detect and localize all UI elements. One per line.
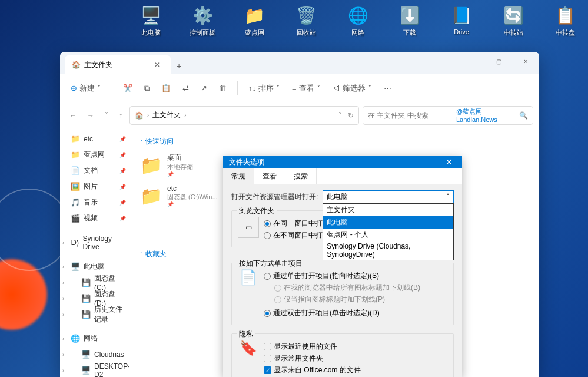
nav-bar: ← → ˅ ↑ 🏠 › 主文件夹 › ˅ ↻ @蓝点网 Landian.News… bbox=[60, 102, 539, 128]
forward-button[interactable]: → bbox=[84, 109, 98, 122]
minimize-button[interactable]: — bbox=[458, 52, 485, 71]
up-button[interactable]: ↑ bbox=[115, 109, 126, 122]
browse-icon: ▭ bbox=[238, 217, 259, 238]
search-box[interactable]: @蓝点网 Landian.News 🔍 bbox=[363, 106, 533, 125]
desktop-icon-中转站[interactable]: 🔄中转站 bbox=[498, 5, 529, 37]
desktop-icon-此电脑[interactable]: 🖥️此电脑 bbox=[135, 5, 166, 37]
dialog-title-text: 文件夹选项 bbox=[229, 157, 264, 167]
sidebar-item-1[interactable]: 📁蓝点网📌 bbox=[60, 147, 129, 163]
sidebar-item-12[interactable]: ›🖥️Cloudnas bbox=[60, 346, 129, 362]
sidebar-item-8[interactable]: ›💾固态盘 (C:) bbox=[60, 275, 129, 290]
sidebar-item-4[interactable]: 🎵音乐📌 bbox=[60, 194, 129, 210]
sidebar-item-6[interactable]: ›D)Synology Drive bbox=[60, 234, 129, 250]
radio-double-click[interactable]: 通过双击打开项目(单击时选定)(D) bbox=[264, 308, 420, 318]
paste-button[interactable]: 📋 bbox=[157, 80, 175, 96]
tab-home-folder[interactable]: 🏠 主文件夹 ✕ bbox=[65, 55, 171, 74]
combo-option-0[interactable]: 主文件夹 bbox=[323, 204, 453, 216]
open-location-combobox[interactable]: 此电脑˅ 主文件夹此电脑蓝点网 - 个人Synology Drive (Clou… bbox=[323, 190, 454, 203]
combobox-dropdown: 主文件夹此电脑蓝点网 - 个人Synology Drive (Cloudnas,… bbox=[323, 203, 454, 260]
checkbox-frequent-folders[interactable]: 显示常用文件夹 bbox=[264, 353, 361, 363]
sidebar: 📁etc📌📁蓝点网📌📄文档📌🖼️图片📌🎵音乐📌🎬视频📌›D)Synology D… bbox=[60, 128, 129, 377]
privacy-group: 隐私 🔖 显示最近使用的文件 显示常用文件夹 ✓显示来自 Office.com … bbox=[231, 333, 454, 377]
combo-option-1[interactable]: 此电脑 bbox=[323, 216, 453, 229]
window-controls: — ▢ ✕ bbox=[458, 52, 539, 71]
desktop-icon-控制面板[interactable]: ⚙️控制面板 bbox=[187, 5, 218, 37]
dialog-tab-2[interactable]: 搜索 bbox=[285, 168, 317, 184]
breadcrumb-current[interactable]: 主文件夹 bbox=[152, 110, 181, 120]
search-icon[interactable]: 🔍 bbox=[519, 111, 528, 120]
dialog-tab-1[interactable]: 查看 bbox=[254, 168, 285, 184]
breadcrumb-home-icon: 🏠 bbox=[135, 111, 144, 120]
group-title: 浏览文件夹 bbox=[237, 206, 277, 216]
sort-button[interactable]: ↑↓ 排序 ˅ bbox=[244, 80, 285, 97]
group-title: 隐私 bbox=[237, 329, 255, 339]
close-button[interactable]: ✕ bbox=[512, 52, 539, 71]
sidebar-item-7[interactable]: ›🖥️此电脑 bbox=[60, 259, 129, 275]
click-icon: 📄 bbox=[238, 269, 259, 320]
desktop-icon-Drive[interactable]: 📘Drive bbox=[446, 5, 477, 37]
maximize-button[interactable]: ▢ bbox=[485, 52, 512, 71]
desktop-icon-蓝点网[interactable]: 📁蓝点网 bbox=[239, 5, 270, 37]
chevron-right-icon: › bbox=[147, 112, 149, 118]
desktop-icon-下载[interactable]: ⬇️下载 bbox=[394, 5, 425, 37]
new-tab-button[interactable]: + bbox=[171, 58, 187, 74]
search-input[interactable] bbox=[368, 111, 456, 120]
radio-single-click[interactable]: 通过单击打开项目(指向时选定)(S) bbox=[264, 271, 420, 281]
desktop-icon-网络[interactable]: 🌐网络 bbox=[343, 5, 373, 37]
share-button[interactable]: ↗ bbox=[196, 80, 212, 96]
desktop-icon-中转盘[interactable]: 📋中转盘 bbox=[550, 5, 580, 37]
breadcrumb-dropdown-icon[interactable]: ˅ bbox=[338, 111, 342, 120]
checkbox-office-files[interactable]: ✓显示来自 Office.com 的文件 bbox=[264, 365, 361, 375]
sidebar-item-3[interactable]: 🖼️图片📌 bbox=[60, 178, 129, 194]
toolbar: ⊕ 新建 ˅ ✂️ ⧉ 📋 ⇄ ↗ 🗑 ↑↓ 排序 ˅ ≡ 查看 ˅ ⩤ 筛选器… bbox=[60, 74, 539, 102]
section-quick-access[interactable]: ˅快速访问 bbox=[140, 137, 529, 147]
radio-underline-hover: 仅当指向图标标题时加下划线(P) bbox=[264, 295, 420, 305]
filter-button[interactable]: ⩤ 筛选器 ˅ bbox=[328, 80, 377, 97]
chevron-down-icon: ˅ bbox=[446, 193, 450, 201]
dialog-tabs: 常规查看搜索 bbox=[223, 168, 462, 184]
tab-title: 主文件夹 bbox=[84, 60, 112, 70]
sidebar-item-0[interactable]: 📁etc📌 bbox=[60, 131, 129, 147]
back-button[interactable]: ← bbox=[66, 109, 80, 122]
checkbox-recent-files[interactable]: 显示最近使用的文件 bbox=[264, 342, 361, 352]
copy-button[interactable]: ⧉ bbox=[139, 80, 154, 97]
desktop-icon-回收站[interactable]: 🗑️回收站 bbox=[291, 5, 321, 37]
dialog-titlebar[interactable]: 文件夹选项 ✕ bbox=[223, 156, 462, 168]
breadcrumb[interactable]: 🏠 › 主文件夹 › ˅ ↻ bbox=[129, 106, 359, 125]
sidebar-item-5[interactable]: 🎬视频📌 bbox=[60, 210, 129, 226]
sidebar-item-13[interactable]: ›🖥️DESKTOP-D2 bbox=[60, 362, 129, 377]
combo-option-3[interactable]: Synology Drive (Cloudnas, SynologyDrive) bbox=[323, 241, 453, 260]
click-items-group: 按如下方式单击项目 📄 通过单击打开项目(指向时选定)(S) 在我的浏览器中给所… bbox=[231, 263, 454, 325]
radio-underline-all: 在我的浏览器中给所有图标标题加下划线(B) bbox=[264, 283, 420, 293]
watermark-text: @蓝点网 Landian.News bbox=[456, 107, 517, 123]
tab-close-icon[interactable]: ✕ bbox=[151, 59, 164, 70]
open-explorer-label: 打开文件资源管理器时打开: bbox=[231, 192, 318, 202]
combo-option-2[interactable]: 蓝点网 - 个人 bbox=[323, 229, 453, 241]
view-button[interactable]: ≡ 查看 ˅ bbox=[287, 80, 325, 97]
sidebar-item-11[interactable]: ›🌐网络 bbox=[60, 330, 129, 346]
chevron-right-icon: › bbox=[184, 112, 186, 118]
refresh-icon[interactable]: ↻ bbox=[348, 111, 354, 120]
dialog-tab-0[interactable]: 常规 bbox=[223, 168, 254, 184]
dialog-close-button[interactable]: ✕ bbox=[442, 156, 456, 168]
home-icon: 🏠 bbox=[72, 61, 81, 69]
sidebar-item-10[interactable]: ›💾历史文件记录 bbox=[60, 306, 129, 322]
desktop-icons-row: 🖥️此电脑⚙️控制面板📁蓝点网🗑️回收站🌐网络⬇️下载📘Drive🔄中转站📋中转… bbox=[135, 5, 580, 37]
new-button[interactable]: ⊕ 新建 ˅ bbox=[66, 80, 106, 97]
delete-button[interactable]: 🗑 bbox=[214, 80, 231, 96]
privacy-icon: 🔖 bbox=[238, 340, 259, 377]
group-title: 按如下方式单击项目 bbox=[237, 259, 305, 269]
cut-button[interactable]: ✂️ bbox=[118, 80, 137, 96]
rename-button[interactable]: ⇄ bbox=[178, 80, 194, 96]
more-button[interactable]: ⋯ bbox=[379, 80, 396, 96]
folder-options-dialog: 文件夹选项 ✕ 常规查看搜索 打开文件资源管理器时打开: 此电脑˅ 主文件夹此电… bbox=[223, 156, 462, 377]
sidebar-item-2[interactable]: 📄文档📌 bbox=[60, 163, 129, 178]
history-button[interactable]: ˅ bbox=[101, 109, 112, 122]
